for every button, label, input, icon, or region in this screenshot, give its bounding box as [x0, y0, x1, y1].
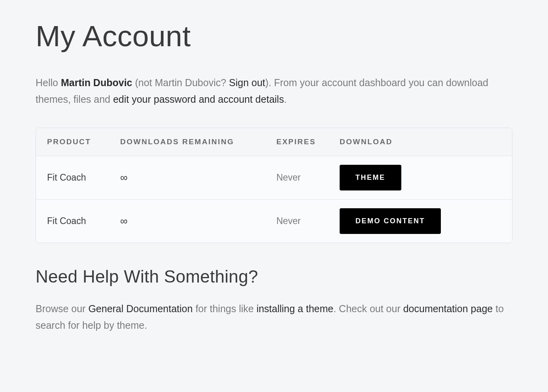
cell-downloads-remaining: ∞: [120, 172, 276, 184]
general-documentation-link[interactable]: General Documentation: [88, 303, 193, 314]
installing-theme-link[interactable]: installing a theme: [257, 303, 334, 314]
table-row: Fit Coach ∞ Never THEME: [36, 156, 512, 200]
cell-downloads-remaining: ∞: [120, 215, 276, 227]
table-row: Fit Coach ∞ Never DEMO CONTENT: [36, 200, 512, 243]
help-text-prefix: Browse our: [36, 303, 88, 314]
header-expires: EXPIRES: [276, 138, 340, 146]
page-title: My Account: [36, 20, 512, 53]
help-text-mid2: . Check out our: [333, 303, 403, 314]
intro-suffix: .: [284, 94, 287, 105]
help-paragraph: Browse our General Documentation for thi…: [36, 300, 512, 334]
help-heading: Need Help With Something?: [36, 267, 512, 286]
header-product: PRODUCT: [47, 138, 120, 146]
intro-paragraph: Hello Martin Dubovic (not Martin Dubovic…: [36, 74, 512, 108]
sign-out-link[interactable]: Sign out: [229, 77, 265, 88]
downloads-table: PRODUCT DOWNLOADS REMAINING EXPIRES DOWN…: [36, 128, 512, 243]
greeting-prefix: Hello: [36, 77, 61, 88]
cell-expires: Never: [276, 172, 340, 183]
cell-expires: Never: [276, 216, 340, 226]
user-name: Martin Dubovic: [61, 77, 132, 88]
documentation-page-link[interactable]: documentation page: [403, 303, 493, 314]
table-header-row: PRODUCT DOWNLOADS REMAINING EXPIRES DOWN…: [36, 128, 512, 156]
header-downloads-remaining: DOWNLOADS REMAINING: [120, 138, 276, 146]
not-user-prefix: (not Martin Dubovic?: [132, 77, 229, 88]
download-demo-content-button[interactable]: DEMO CONTENT: [340, 208, 441, 234]
cell-product: Fit Coach: [47, 216, 120, 226]
cell-product: Fit Coach: [47, 172, 120, 183]
header-download: DOWNLOAD: [340, 138, 501, 146]
help-text-mid1: for things like: [193, 303, 256, 314]
download-theme-button[interactable]: THEME: [340, 165, 401, 190]
edit-account-link[interactable]: edit your password and account details: [113, 94, 284, 105]
